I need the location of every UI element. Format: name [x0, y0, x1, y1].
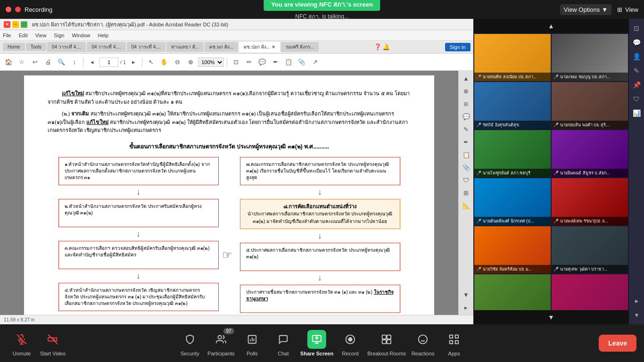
acrobat-max-btn[interactable]: □ — [21, 21, 27, 28]
side-icon-1[interactable]: ⊡ — [632, 23, 641, 34]
video-cell-8[interactable]: 🎤 นายพงษ์เทพ รัชนา(ปธ.จ... — [552, 178, 628, 225]
acrobat-shield-side[interactable]: 🛡 — [461, 174, 472, 186]
video-cell-2[interactable]: 🎤 นายเกษม ชมบุญ ปธ.สภา... — [552, 34, 628, 81]
video-cell-6[interactable]: 🎤 นายอินพนธ์ สิธูชร ป.สัยก... — [552, 130, 628, 177]
menu-file[interactable]: File — [3, 33, 11, 38]
help-icon[interactable]: ❓ — [374, 43, 381, 50]
acrobat-min-btn[interactable]: − — [12, 21, 19, 28]
security-button[interactable]: Security — [176, 330, 204, 356]
zoom-select[interactable]: 100% 75% 125% 150% — [198, 58, 224, 67]
video-cell-11[interactable]: 🎤 นายสิทธิพร จริยพงษ์รอ... — [474, 274, 551, 310]
prev-page-btn[interactable]: ◂ — [86, 57, 98, 68]
video-cell-10[interactable]: 🎤 นายสุเทพ วุฒิดา ปราธา... — [552, 226, 628, 273]
attach-btn[interactable]: 📎 — [296, 57, 307, 68]
markup-btn[interactable]: ✏ — [243, 57, 255, 68]
side-icon-4[interactable]: ✎ — [632, 65, 641, 76]
window-close-btn[interactable] — [6, 7, 11, 12]
acrobat-zoom-in-side[interactable]: ⊕ — [461, 85, 472, 97]
panel-scroll-down[interactable]: ▼ — [548, 313, 554, 321]
comment-btn[interactable]: 💬 — [256, 57, 268, 68]
acrobat-layers-side[interactable]: ⊞ — [461, 187, 472, 198]
record-button[interactable]: Record — [336, 330, 364, 356]
menu-edit[interactable]: Edit — [19, 33, 28, 38]
side-icon-2[interactable]: 💬 — [631, 37, 643, 48]
stamp-btn[interactable]: 📋 — [283, 57, 294, 68]
acrobat-comment-side[interactable]: 💬 — [461, 111, 472, 122]
menu-sign[interactable]: Sign — [54, 33, 64, 38]
polls-button[interactable]: Polls — [238, 330, 266, 356]
sign-in-button[interactable]: Sign In — [445, 43, 471, 51]
leave-button[interactable]: Leave — [599, 335, 636, 352]
scroll-btn[interactable]: ↕ — [69, 57, 80, 68]
tab-home[interactable]: Home — [3, 43, 25, 51]
acrobat-collapse-side[interactable]: ▸ — [461, 302, 472, 313]
tab-doc2[interactable]: 04 วาระที่ 4.... — [87, 42, 125, 52]
acrobat-measure-side[interactable]: 📐 — [461, 200, 472, 211]
view-options-button[interactable]: View Options ▼ — [560, 4, 611, 15]
side-icon-5[interactable]: 📌 — [631, 79, 643, 90]
unmute-button[interactable]: Unmute — [8, 330, 36, 356]
acrobat-zoom-out-side[interactable]: ⊖ — [461, 98, 472, 109]
notification-icon[interactable]: 🔔 — [382, 43, 390, 50]
next-page-btn[interactable]: ▸ — [128, 57, 139, 68]
side-icon-3[interactable]: 👤 — [631, 51, 643, 62]
acrobat-close-btn[interactable]: ✕ — [4, 21, 10, 28]
pdf-size-label: 11.69 x 8.27 in — [0, 315, 473, 324]
page-number-input[interactable] — [99, 58, 118, 67]
zoom-out-btn[interactable]: ⊖ — [172, 57, 183, 68]
video-cell-7[interactable]: 🎤 นายต้นตติพงศ์ นิกรเทศ (ป... — [474, 178, 551, 225]
video-cell-12[interactable]: 🎤 (นายวิเลข คำไชม) ปธ.ก... — [552, 274, 628, 310]
pen-btn[interactable]: ✒ — [270, 57, 281, 68]
pdf-content[interactable]: แก้ไขใหม่ สมาชิกประเภทผู้ทรงคุณวุฒิ ๓๑(๒… — [0, 71, 458, 315]
tab-doc3[interactable]: 04 วาระที่ 4.... — [127, 42, 165, 52]
video-cell-3[interactable]: 🎤 รัศภิธ์ อิงสุขสันติสุข — [474, 82, 551, 129]
tab-doc7[interactable]: รองศรี ฝังกร... — [281, 42, 319, 52]
svg-rect-22 — [450, 335, 453, 338]
undo-btn[interactable]: ↩ — [29, 57, 41, 68]
menu-view[interactable]: View — [35, 33, 47, 38]
apps-button[interactable]: Apps — [440, 330, 468, 356]
video-cell-5[interactable]: 🎤 นายไพฑูรย์นด์ สภา.ชลบุรี — [474, 130, 551, 177]
share-screen-button[interactable]: Share Screen — [300, 330, 333, 356]
acrobat-scroll-down[interactable]: ▼ — [461, 289, 472, 300]
side-icon-6[interactable]: 🛡 — [631, 93, 642, 105]
tab-doc6[interactable]: ผช.ปอก ฝัง... ✕ — [239, 42, 280, 52]
acrobat-scroll-up[interactable]: ▲ — [461, 73, 472, 84]
panel-scroll-up[interactable]: ▲ — [548, 22, 554, 30]
side-collapse-icon[interactable]: ▸ — [633, 295, 640, 306]
acrobat-stamp-side[interactable]: 📋 — [461, 149, 472, 160]
top-bar-right[interactable]: ⊞ View — [617, 6, 638, 13]
bookmark-btn[interactable]: ☆ — [16, 57, 27, 68]
chat-button[interactable]: Chat — [269, 330, 297, 356]
print-btn[interactable]: 🖨 — [42, 57, 54, 68]
arrow-8: ↓ — [240, 229, 400, 243]
hand-cursor-icon: ☞ — [222, 247, 232, 263]
home-btn[interactable]: 🏠 — [3, 57, 14, 68]
video-cell-1[interactable]: 🎤 นายสมศิล สงเนียม ปธ.สภา... — [474, 34, 551, 81]
menu-window[interactable]: Window — [72, 33, 90, 38]
cursor-btn[interactable]: ↖ — [145, 57, 157, 68]
video-cell-9[interactable]: 🎤 นายวิชัย จันทร์ห้อม ปธ.ม... — [474, 226, 551, 273]
side-icon-7[interactable]: 📊 — [631, 107, 643, 119]
search-btn[interactable]: 🔍 — [56, 57, 67, 68]
breakout-rooms-button[interactable]: Breakout Rooms — [367, 330, 406, 356]
acrobat-pen-side[interactable]: ✒ — [461, 136, 472, 148]
reactions-button[interactable]: Reactions — [409, 330, 437, 356]
breakout-rooms-label: Breakout Rooms — [367, 351, 406, 356]
acrobat-highlight-side[interactable]: ✎ — [461, 123, 472, 135]
menu-help[interactable]: Help — [98, 33, 109, 38]
tab-tools[interactable]: Tools — [26, 43, 46, 51]
acrobat-title: ผช.ปอก ฝังการได้รับสมาชิกสกา. (ผู้ทรงคุณ… — [32, 20, 228, 29]
video-cell-4[interactable]: 🎤 นายกอบสิน พอคำ ปธ.สุริ... — [552, 82, 628, 129]
acrobat-attach-side[interactable]: 📎 — [461, 162, 472, 173]
hand-btn[interactable]: ✋ — [158, 57, 170, 68]
participants-button[interactable]: 97 Participants — [207, 330, 235, 356]
tab-doc1[interactable]: 04 วาระที่ 4.... — [47, 42, 86, 52]
start-video-button[interactable]: Start Video — [39, 330, 67, 356]
tab-doc4[interactable]: ท่านเลขา ฝั... — [166, 42, 204, 52]
tab-doc5[interactable]: ผช.นก ฝัง... — [205, 42, 238, 52]
side-icon-8[interactable]: ▾ — [633, 309, 640, 321]
fit-page-btn[interactable]: ⊡ — [230, 57, 241, 68]
zoom-in-btn[interactable]: ⊕ — [185, 57, 196, 68]
share-btn[interactable]: ↗ — [309, 57, 321, 68]
